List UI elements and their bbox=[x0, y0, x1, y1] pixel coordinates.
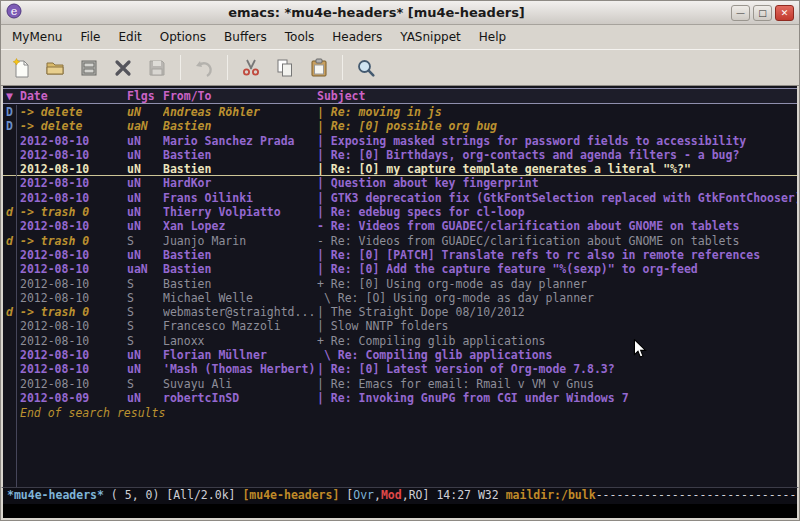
minimize-button[interactable]: — bbox=[731, 5, 750, 21]
message-from: Suvayu Ali bbox=[163, 377, 317, 391]
column-header-from[interactable]: From/To bbox=[163, 89, 317, 103]
message-flags: uN bbox=[127, 148, 163, 162]
message-subject: | Re: [O] my capture template generates … bbox=[317, 162, 797, 175]
toolbar-separator bbox=[342, 55, 343, 80]
tool-bar bbox=[1, 49, 799, 86]
message-flags: uN bbox=[127, 391, 163, 405]
menu-yasnippet[interactable]: YASnippet bbox=[391, 25, 470, 49]
message-row[interactable]: 2012-08-10uNXan Lopez- Re: Videos from G… bbox=[3, 219, 797, 233]
message-row[interactable]: 2012-08-10SFrancesco Mazzoli| Slow NNTP … bbox=[3, 319, 797, 333]
window-title: emacs: *mu4e-headers* [mu4e-headers] bbox=[28, 5, 725, 20]
message-date: -> trash 0 bbox=[17, 234, 127, 248]
message-flags: uaN bbox=[127, 119, 163, 133]
column-header-subject[interactable]: Subject bbox=[317, 89, 797, 103]
titlebar[interactable]: e emacs: *mu4e-headers* [mu4e-headers] —… bbox=[1, 1, 799, 25]
message-mark: D bbox=[3, 119, 17, 133]
message-flags: S bbox=[127, 305, 163, 319]
kill-buffer-button[interactable] bbox=[109, 54, 137, 82]
svg-text:e: e bbox=[11, 5, 18, 18]
message-subject: | Slow NNTP folders bbox=[317, 319, 797, 333]
message-row[interactable]: 2012-08-10uNFlorian Müllner \ Re: Compil… bbox=[3, 348, 797, 362]
message-mark bbox=[3, 134, 17, 148]
sort-direction-icon: ▼ bbox=[3, 89, 17, 103]
message-from: Mario Sanchez Prada bbox=[163, 134, 317, 148]
message-row[interactable]: 2012-08-09uNrobertcInSD| Re: Invoking Gn… bbox=[3, 391, 797, 405]
message-row[interactable]: 2012-08-10uN'Mash (Thomas Herbert)| Re: … bbox=[3, 362, 797, 376]
message-from: robertcInSD bbox=[163, 391, 317, 405]
message-row[interactable]: D-> deleteuNAndreas Röhler| Re: moving i… bbox=[3, 105, 797, 119]
menu-tools[interactable]: Tools bbox=[276, 25, 324, 49]
cut-button[interactable] bbox=[237, 54, 265, 82]
message-row[interactable]: 2012-08-10uNMario Sanchez Prada| Exposin… bbox=[3, 134, 797, 148]
maximize-button[interactable]: □ bbox=[753, 5, 772, 21]
modeline-segment: maildir:/bulk bbox=[506, 488, 596, 502]
modeline-segment: *mu4e-headers* bbox=[7, 488, 104, 502]
message-row[interactable]: 2012-08-10SSuvayu Ali| Re: Emacs for ema… bbox=[3, 377, 797, 391]
menu-file[interactable]: File bbox=[71, 25, 109, 49]
open-file-button[interactable] bbox=[41, 54, 69, 82]
message-from: Bastien bbox=[163, 277, 317, 291]
message-subject: | The Straight Dope 08/10/2012 bbox=[317, 305, 797, 319]
message-subject: | Re: edebug specs for cl-loop bbox=[317, 205, 797, 219]
echo-area[interactable] bbox=[1, 504, 799, 520]
search-button[interactable] bbox=[352, 54, 380, 82]
modeline-segment: [mu4e-headers] bbox=[242, 488, 339, 502]
message-row[interactable]: d-> trash 0Swebmaster@straightd...| The … bbox=[3, 305, 797, 319]
message-row[interactable]: 2012-08-10uNBastien| Re: [O] my capture … bbox=[3, 162, 797, 176]
message-flags: uN bbox=[127, 191, 163, 205]
undo-icon bbox=[193, 57, 215, 79]
message-subject: | Re: [0] [PATCH] Translate refs to rc a… bbox=[317, 248, 797, 262]
message-row[interactable]: d-> trash 0uNThierry Volpiatto| Re: edeb… bbox=[3, 205, 797, 219]
scroll-bar[interactable] bbox=[16, 105, 17, 487]
message-row[interactable]: 2012-08-10SMichael Welle \ Re: [O] Using… bbox=[3, 291, 797, 305]
message-flags: uN bbox=[127, 134, 163, 148]
message-date: 2012-08-10 bbox=[17, 219, 127, 233]
message-row[interactable]: 2012-08-10uNBastien| Re: [0] [PATCH] Tra… bbox=[3, 248, 797, 262]
message-row[interactable]: 2012-08-10uNBastien| Re: [0] Birthdays, … bbox=[3, 148, 797, 162]
message-flags: S bbox=[127, 291, 163, 305]
menu-buffers[interactable]: Buffers bbox=[215, 25, 276, 49]
message-row[interactable]: d-> trash 0SJuanjo Marin- Re: Videos fro… bbox=[3, 234, 797, 248]
modeline-segment: Mod bbox=[381, 488, 402, 502]
column-header-date[interactable]: Date bbox=[17, 89, 127, 103]
emacs-app-icon: e bbox=[6, 3, 22, 23]
message-mark bbox=[3, 334, 17, 348]
message-flags: S bbox=[127, 319, 163, 333]
column-header-flags[interactable]: Flgs bbox=[127, 89, 163, 103]
menu-mymenu[interactable]: MyMenu bbox=[3, 25, 71, 49]
message-subject: \ Re: Compiling glib applications bbox=[317, 348, 797, 362]
message-row[interactable]: D-> deleteuaNBastien| Re: [0] possible o… bbox=[3, 119, 797, 133]
kill-buffer-icon bbox=[112, 57, 134, 79]
close-button[interactable]: ✕ bbox=[775, 5, 794, 21]
message-row[interactable]: 2012-08-10SLanoxx+ Re: Compiling glib ap… bbox=[3, 334, 797, 348]
menu-headers[interactable]: Headers bbox=[323, 25, 391, 49]
message-from: Bastien bbox=[163, 262, 317, 276]
message-flags: uaN bbox=[127, 262, 163, 276]
modeline-segment: , bbox=[402, 488, 409, 502]
message-from: Juanjo Marin bbox=[163, 234, 317, 248]
message-mark: d bbox=[3, 234, 17, 248]
message-date: -> delete bbox=[17, 119, 127, 133]
message-row[interactable]: 2012-08-10uNHardKor| Question about key … bbox=[3, 176, 797, 190]
message-row[interactable]: 2012-08-10SBastien+ Re: [0] Using org-mo… bbox=[3, 277, 797, 291]
message-subject: | Question about key fingerprint bbox=[317, 176, 797, 190]
message-row[interactable]: 2012-08-10uaNBastien| Re: [0] Add the ca… bbox=[3, 262, 797, 276]
paste-button[interactable] bbox=[305, 54, 333, 82]
message-mark bbox=[3, 248, 17, 262]
message-from: Lanoxx bbox=[163, 334, 317, 348]
copy-button[interactable] bbox=[271, 54, 299, 82]
menu-edit[interactable]: Edit bbox=[110, 25, 151, 49]
message-row[interactable]: 2012-08-10uNFrans Oilinki| GTK3 deprecat… bbox=[3, 191, 797, 205]
message-mark bbox=[3, 262, 17, 276]
cut-icon bbox=[240, 57, 262, 79]
menu-help[interactable]: Help bbox=[470, 25, 515, 49]
new-file-button[interactable] bbox=[7, 54, 35, 82]
menu-options[interactable]: Options bbox=[151, 25, 215, 49]
emacs-window: e emacs: *mu4e-headers* [mu4e-headers] —… bbox=[0, 0, 800, 521]
copy-icon bbox=[274, 57, 296, 79]
dired-button[interactable] bbox=[75, 54, 103, 82]
message-date: -> delete bbox=[17, 105, 127, 119]
message-flags: uN bbox=[127, 362, 163, 376]
message-mark bbox=[3, 377, 17, 391]
message-date: 2012-08-10 bbox=[17, 162, 127, 175]
